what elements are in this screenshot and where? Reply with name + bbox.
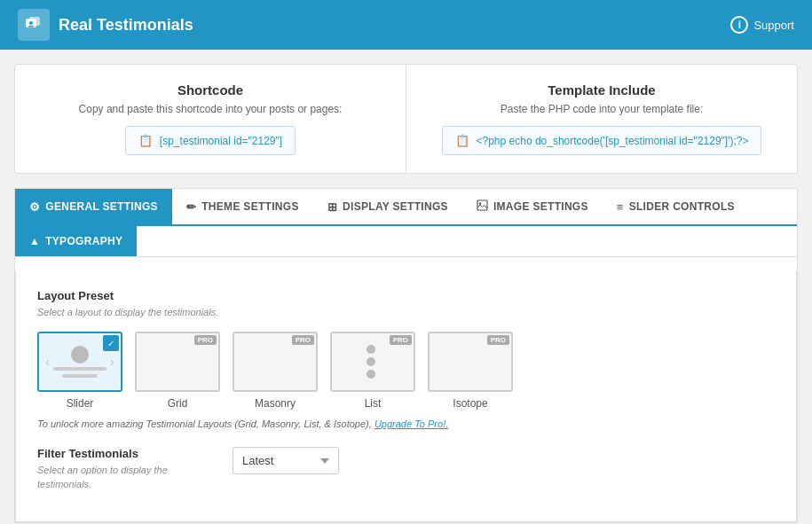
pro-badge-grid: PRO — [194, 335, 217, 345]
support-icon: i — [730, 16, 748, 34]
brand: Real Testimonials — [18, 9, 193, 41]
tab-general-label: GENERAL SETTINGS — [45, 200, 158, 213]
filter-select[interactable]: Latest Oldest Random — [233, 447, 339, 474]
tab-display-settings[interactable]: ⊞ DISPLAY SETTINGS — [313, 189, 462, 224]
pro-badge-list: PRO — [390, 335, 412, 345]
app-header: Real Testimonials i Support — [0, 0, 812, 50]
preset-list-thumb: PRO — [330, 332, 415, 392]
shortcode-card: Shortcode Copy and paste this shortcode … — [14, 64, 798, 174]
tab-slider-label: SLIDER CONTROLS — [629, 200, 735, 213]
svg-point-2 — [29, 21, 33, 25]
upgrade-note: To unlock more amazing Testimonial Layou… — [37, 418, 775, 429]
pencil-icon: ✏ — [186, 200, 196, 214]
svg-rect-3 — [28, 26, 34, 27]
preset-isotope[interactable]: PRO Isotope — [428, 332, 513, 410]
image-icon — [477, 199, 488, 214]
template-section: Template Include Paste the PHP code into… — [406, 65, 797, 173]
list-dot — [367, 357, 375, 366]
preset-slider-label: Slider — [67, 397, 94, 410]
list-row — [367, 357, 379, 366]
grid-preview — [169, 341, 185, 383]
filter-desc: Select an option to display the testimon… — [37, 464, 215, 491]
brand-title: Real Testimonials — [59, 16, 193, 35]
shortcode-copy-button[interactable]: 📋 [sp_testimonial id="2129"] — [125, 126, 296, 155]
secondary-tabs: ▲ TYPOGRAPHY — [15, 226, 797, 257]
template-title: Template Include — [428, 82, 776, 98]
preset-slider-thumb: ✓ ‹ › — [37, 332, 122, 392]
preset-grid-label: Grid — [168, 397, 188, 410]
list-row — [367, 345, 379, 354]
settings-content: Layout Preset Select a layout to display… — [15, 271, 797, 522]
svg-rect-4 — [477, 200, 487, 210]
tab-display-label: DISPLAY SETTINGS — [343, 200, 448, 213]
arrow-left-icon: ‹ — [45, 355, 50, 369]
upgrade-link[interactable]: Upgrade To Pro!. — [374, 418, 448, 429]
preset-masonry-label: Masonry — [255, 397, 296, 410]
list-dot — [367, 370, 375, 379]
filter-label: Filter Testimonials — [37, 447, 215, 460]
layout-preset-label: Layout Preset — [37, 289, 775, 302]
masonry-preview — [267, 332, 283, 392]
tab-image-label: IMAGE SETTINGS — [493, 200, 588, 213]
template-value: <?php echo do_shortcode('[sp_testimonial… — [477, 135, 749, 147]
tab-typography[interactable]: ▲ TYPOGRAPHY — [15, 226, 137, 256]
upgrade-text: To unlock more amazing Testimonial Layou… — [37, 418, 372, 429]
sliders-icon: ≡ — [617, 200, 624, 214]
tab-theme-settings[interactable]: ✏ THEME SETTINGS — [172, 189, 313, 224]
template-copy-icon: 📋 — [455, 134, 469, 147]
preset-grid[interactable]: PRO Grid — [135, 332, 220, 410]
preset-slider[interactable]: ✓ ‹ › Slider — [37, 332, 122, 410]
filter-section: Filter Testimonials Select an option to … — [37, 447, 775, 504]
main-content: Shortcode Copy and paste this shortcode … — [0, 50, 812, 524]
typography-icon: ▲ — [29, 235, 40, 247]
grid-icon: ⊞ — [327, 200, 337, 214]
tab-image-settings[interactable]: IMAGE SETTINGS — [462, 189, 603, 224]
brand-icon — [18, 9, 50, 41]
shortcode-title: Shortcode — [36, 82, 384, 98]
shortcode-section: Shortcode Copy and paste this shortcode … — [15, 65, 406, 173]
preset-isotope-thumb: PRO — [428, 332, 513, 392]
list-preview — [359, 338, 386, 386]
pro-badge-masonry: PRO — [292, 335, 314, 345]
isotope-preview — [462, 341, 478, 383]
tab-slider-controls[interactable]: ≡ SLIDER CONTROLS — [603, 189, 749, 224]
tab-general-settings[interactable]: ⚙ GENERAL SETTINGS — [15, 189, 172, 224]
shortcode-value: [sp_testimonial id="2129"] — [160, 135, 282, 147]
preset-masonry[interactable]: PRO Masonry — [233, 332, 318, 410]
arrow-right-icon: › — [110, 355, 114, 369]
settings-panel: ⚙ GENERAL SETTINGS ✏ THEME SETTINGS ⊞ DI… — [14, 188, 798, 523]
preset-isotope-label: Isotope — [453, 397, 487, 410]
copy-icon: 📋 — [138, 134, 153, 147]
primary-tabs: ⚙ GENERAL SETTINGS ✏ THEME SETTINGS ⊞ DI… — [15, 189, 797, 226]
slider-line-1 — [53, 367, 106, 371]
preset-grid-thumb: PRO — [135, 332, 220, 392]
layout-presets-container: ✓ ‹ › Slider — [37, 332, 775, 410]
preset-list-label: List — [365, 397, 382, 410]
template-copy-button[interactable]: 📋 <?php echo do_shortcode('[sp_testimoni… — [442, 126, 762, 155]
preset-masonry-thumb: PRO — [233, 332, 318, 392]
tab-typography-label: TYPOGRAPHY — [45, 235, 122, 247]
shortcode-desc: Copy and paste this shortcode into your … — [36, 103, 384, 115]
filter-label-group: Filter Testimonials Select an option to … — [37, 447, 215, 504]
slider-line-2 — [62, 374, 98, 378]
list-row — [367, 370, 379, 379]
list-dot — [367, 345, 375, 354]
pro-badge-isotope: PRO — [487, 335, 509, 345]
preset-list[interactable]: PRO — [330, 332, 415, 410]
gear-icon: ⚙ — [29, 200, 40, 214]
layout-preset-desc: Select a layout to display the testimoni… — [37, 306, 775, 319]
slider-avatar — [71, 346, 89, 364]
check-badge: ✓ — [103, 335, 119, 351]
slider-content — [53, 346, 106, 378]
tab-theme-label: THEME SETTINGS — [201, 200, 299, 213]
layout-preset-section: Layout Preset Select a layout to display… — [37, 289, 775, 429]
support-label: Support — [753, 19, 794, 32]
template-desc: Paste the PHP code into your template fi… — [428, 103, 776, 115]
support-button[interactable]: i Support — [730, 16, 794, 34]
